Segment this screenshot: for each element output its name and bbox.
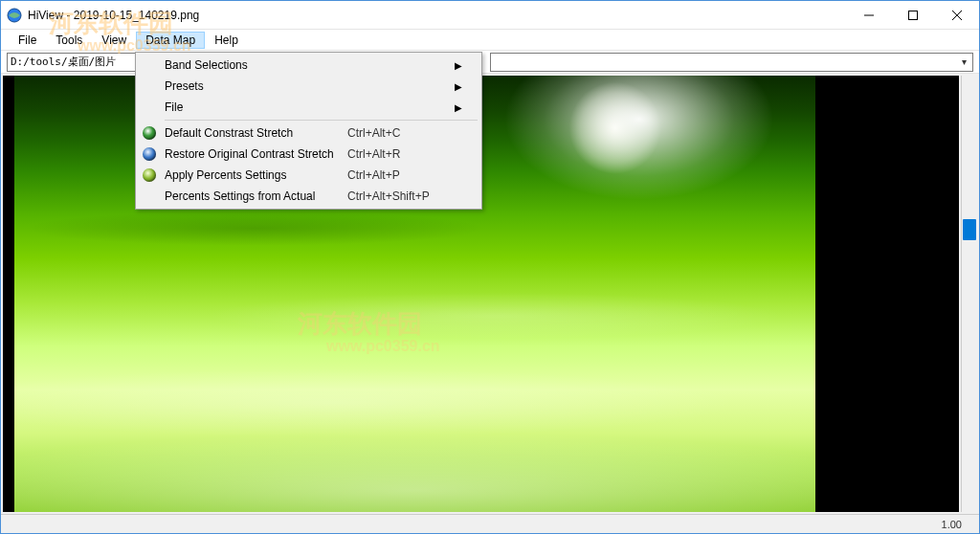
menu-data-map[interactable]: Data Map <box>136 32 205 49</box>
menu-band-selections[interactable]: Band Selections ▶ <box>138 55 479 76</box>
maximize-button[interactable] <box>891 1 935 30</box>
menu-item-label: Apply Percents Settings <box>161 168 347 182</box>
menu-item-label: File <box>161 100 347 114</box>
menu-separator <box>165 120 478 121</box>
menu-file-sub[interactable]: File ▶ <box>138 97 479 118</box>
submenu-arrow-icon: ▶ <box>453 81 462 92</box>
refresh-icon <box>138 168 161 182</box>
menu-apply-percents-settings[interactable]: Apply Percents Settings Ctrl+Alt+P <box>138 165 479 186</box>
menu-tools[interactable]: Tools <box>46 32 92 49</box>
submenu-arrow-icon: ▶ <box>453 60 462 71</box>
path-input[interactable]: D:/tools/桌面/图片 <box>7 53 136 72</box>
vertical-scrollbar-thumb[interactable] <box>963 219 976 240</box>
menu-item-label: Percents Settings from Actual <box>161 189 347 203</box>
app-icon <box>7 8 22 23</box>
menu-item-shortcut: Ctrl+Alt+R <box>347 147 453 161</box>
chevron-down-icon: ▾ <box>955 54 972 71</box>
menu-item-shortcut: Ctrl+Alt+P <box>347 168 453 182</box>
globe-icon <box>138 126 161 140</box>
minimize-button[interactable] <box>847 1 891 30</box>
file-dropdown-combo[interactable]: ▾ <box>490 53 973 72</box>
menu-file[interactable]: File <box>9 32 46 49</box>
menu-help[interactable]: Help <box>205 32 248 49</box>
menu-percents-settings-actual[interactable]: Percents Settings from Actual Ctrl+Alt+S… <box>138 186 479 207</box>
menu-item-label: Band Selections <box>161 58 347 72</box>
menu-presets[interactable]: Presets ▶ <box>138 76 479 97</box>
menu-item-label: Default Constrast Stretch <box>161 126 347 140</box>
menu-item-label: Presets <box>161 79 347 93</box>
swirl-icon <box>138 147 161 161</box>
window-title: HiView - 2019-10-15_140219.png <box>28 9 199 22</box>
menu-item-shortcut: Ctrl+Alt+Shift+P <box>347 189 453 203</box>
svg-rect-2 <box>909 11 918 19</box>
data-map-dropdown: Band Selections ▶ Presets ▶ File ▶ Defau… <box>135 52 482 210</box>
zoom-level: 1.00 <box>942 519 962 530</box>
statusbar: 1.00 <box>1 514 979 533</box>
app-window: HiView - 2019-10-15_140219.png File Tool… <box>0 0 980 534</box>
menu-item-shortcut: Ctrl+Alt+C <box>347 126 453 140</box>
submenu-arrow-icon: ▶ <box>453 102 462 113</box>
menu-default-contrast-stretch[interactable]: Default Constrast Stretch Ctrl+Alt+C <box>138 122 479 144</box>
menu-item-label: Restore Original Contrast Stretch <box>161 147 347 161</box>
close-button[interactable] <box>935 1 979 30</box>
menu-restore-contrast-stretch[interactable]: Restore Original Contrast Stretch Ctrl+A… <box>138 144 479 165</box>
menubar: File Tools View Data Map Help <box>1 30 979 51</box>
titlebar: HiView - 2019-10-15_140219.png <box>1 1 979 30</box>
menu-view[interactable]: View <box>92 32 136 49</box>
vertical-scrollbar[interactable] <box>961 76 977 512</box>
